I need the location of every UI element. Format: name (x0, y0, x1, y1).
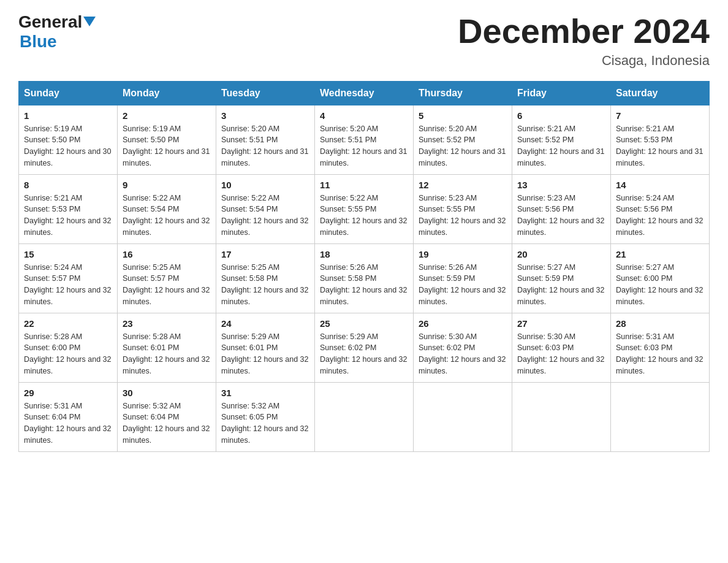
calendar-day-cell: 21 Sunrise: 5:27 AM Sunset: 6:00 PM Dayl… (611, 243, 710, 313)
calendar-day-cell: 27 Sunrise: 5:30 AM Sunset: 6:03 PM Dayl… (512, 313, 611, 382)
day-number: 9 (123, 180, 211, 190)
calendar-day-cell (414, 382, 512, 451)
calendar-day-cell: 5 Sunrise: 5:20 AM Sunset: 5:52 PM Dayli… (414, 105, 512, 174)
day-info: Sunrise: 5:28 AM Sunset: 6:00 PM Dayligh… (24, 331, 112, 377)
calendar-day-cell: 4 Sunrise: 5:20 AM Sunset: 5:51 PM Dayli… (315, 105, 414, 174)
day-number: 28 (616, 318, 704, 329)
calendar-day-cell: 24 Sunrise: 5:29 AM Sunset: 6:01 PM Dayl… (216, 313, 315, 382)
day-info: Sunrise: 5:23 AM Sunset: 5:55 PM Dayligh… (419, 193, 507, 239)
page-header: General Blue December 2024 Cisaga, Indon… (18, 12, 710, 69)
day-number: 1 (24, 110, 112, 121)
day-number: 16 (123, 249, 211, 259)
day-info: Sunrise: 5:30 AM Sunset: 6:03 PM Dayligh… (517, 331, 605, 377)
calendar-day-cell: 30 Sunrise: 5:32 AM Sunset: 6:04 PM Dayl… (118, 382, 216, 451)
calendar-day-cell: 16 Sunrise: 5:25 AM Sunset: 5:57 PM Dayl… (118, 243, 216, 313)
calendar-day-cell: 15 Sunrise: 5:24 AM Sunset: 5:57 PM Dayl… (19, 243, 118, 313)
day-info: Sunrise: 5:31 AM Sunset: 6:03 PM Dayligh… (616, 331, 704, 377)
day-info: Sunrise: 5:20 AM Sunset: 5:52 PM Dayligh… (419, 123, 507, 169)
day-info: Sunrise: 5:24 AM Sunset: 5:56 PM Dayligh… (616, 193, 704, 239)
day-number: 11 (320, 180, 408, 190)
col-sunday: Sunday (19, 81, 118, 105)
day-info: Sunrise: 5:32 AM Sunset: 6:04 PM Dayligh… (123, 400, 211, 446)
col-friday: Friday (512, 81, 611, 105)
day-number: 10 (221, 180, 309, 190)
weekday-row: Sunday Monday Tuesday Wednesday Thursday… (19, 81, 710, 105)
day-number: 22 (24, 318, 112, 329)
calendar-day-cell: 25 Sunrise: 5:29 AM Sunset: 6:02 PM Dayl… (315, 313, 414, 382)
calendar-day-cell: 9 Sunrise: 5:22 AM Sunset: 5:54 PM Dayli… (118, 174, 216, 243)
calendar-day-cell: 1 Sunrise: 5:19 AM Sunset: 5:50 PM Dayli… (19, 105, 118, 174)
day-number: 8 (24, 180, 112, 190)
day-info: Sunrise: 5:25 AM Sunset: 5:58 PM Dayligh… (221, 262, 309, 308)
logo-general-text: General (18, 12, 82, 32)
calendar-table: Sunday Monday Tuesday Wednesday Thursday… (18, 81, 710, 452)
day-info: Sunrise: 5:31 AM Sunset: 6:04 PM Dayligh… (24, 400, 112, 446)
day-number: 21 (616, 249, 704, 259)
day-number: 19 (419, 249, 507, 259)
day-number: 15 (24, 249, 112, 259)
day-info: Sunrise: 5:21 AM Sunset: 5:53 PM Dayligh… (616, 123, 704, 169)
day-info: Sunrise: 5:32 AM Sunset: 6:05 PM Dayligh… (221, 400, 309, 446)
day-number: 4 (320, 110, 408, 121)
calendar-week-row: 1 Sunrise: 5:19 AM Sunset: 5:50 PM Dayli… (19, 105, 710, 174)
day-number: 29 (24, 388, 112, 398)
day-info: Sunrise: 5:28 AM Sunset: 6:01 PM Dayligh… (123, 331, 211, 377)
day-number: 26 (419, 318, 507, 329)
day-info: Sunrise: 5:27 AM Sunset: 5:59 PM Dayligh… (517, 262, 605, 308)
title-block: December 2024 Cisaga, Indonesia (458, 12, 710, 69)
day-number: 20 (517, 249, 605, 259)
day-number: 24 (221, 318, 309, 329)
calendar-day-cell: 22 Sunrise: 5:28 AM Sunset: 6:00 PM Dayl… (19, 313, 118, 382)
calendar-day-cell: 14 Sunrise: 5:24 AM Sunset: 5:56 PM Dayl… (611, 174, 710, 243)
day-info: Sunrise: 5:21 AM Sunset: 5:52 PM Dayligh… (517, 123, 605, 169)
calendar-day-cell: 8 Sunrise: 5:21 AM Sunset: 5:53 PM Dayli… (19, 174, 118, 243)
calendar-day-cell (315, 382, 414, 451)
col-thursday: Thursday (414, 81, 512, 105)
col-saturday: Saturday (611, 81, 710, 105)
day-number: 2 (123, 110, 211, 121)
day-info: Sunrise: 5:22 AM Sunset: 5:54 PM Dayligh… (123, 193, 211, 239)
day-info: Sunrise: 5:19 AM Sunset: 5:50 PM Dayligh… (24, 123, 112, 169)
calendar-day-cell: 17 Sunrise: 5:25 AM Sunset: 5:58 PM Dayl… (216, 243, 315, 313)
calendar-week-row: 8 Sunrise: 5:21 AM Sunset: 5:53 PM Dayli… (19, 174, 710, 243)
day-info: Sunrise: 5:27 AM Sunset: 6:00 PM Dayligh… (616, 262, 704, 308)
day-info: Sunrise: 5:22 AM Sunset: 5:55 PM Dayligh… (320, 193, 408, 239)
calendar-day-cell: 2 Sunrise: 5:19 AM Sunset: 5:50 PM Dayli… (118, 105, 216, 174)
calendar-week-row: 15 Sunrise: 5:24 AM Sunset: 5:57 PM Dayl… (19, 243, 710, 313)
calendar-day-cell (512, 382, 611, 451)
day-number: 7 (616, 110, 704, 121)
calendar-day-cell (611, 382, 710, 451)
day-info: Sunrise: 5:26 AM Sunset: 5:59 PM Dayligh… (419, 262, 507, 308)
calendar-day-cell: 6 Sunrise: 5:21 AM Sunset: 5:52 PM Dayli… (512, 105, 611, 174)
day-info: Sunrise: 5:20 AM Sunset: 5:51 PM Dayligh… (320, 123, 408, 169)
calendar-title: December 2024 (458, 12, 710, 50)
day-info: Sunrise: 5:24 AM Sunset: 5:57 PM Dayligh… (24, 262, 112, 308)
day-info: Sunrise: 5:23 AM Sunset: 5:56 PM Dayligh… (517, 193, 605, 239)
day-info: Sunrise: 5:29 AM Sunset: 6:02 PM Dayligh… (320, 331, 408, 377)
calendar-day-cell: 31 Sunrise: 5:32 AM Sunset: 6:05 PM Dayl… (216, 382, 315, 451)
day-number: 31 (221, 388, 309, 398)
day-number: 30 (123, 388, 211, 398)
calendar-header: Sunday Monday Tuesday Wednesday Thursday… (19, 81, 710, 105)
day-info: Sunrise: 5:30 AM Sunset: 6:02 PM Dayligh… (419, 331, 507, 377)
col-tuesday: Tuesday (216, 81, 315, 105)
svg-marker-0 (83, 17, 96, 26)
calendar-day-cell: 10 Sunrise: 5:22 AM Sunset: 5:54 PM Dayl… (216, 174, 315, 243)
day-info: Sunrise: 5:26 AM Sunset: 5:58 PM Dayligh… (320, 262, 408, 308)
logo-triangle-icon (83, 14, 97, 28)
day-number: 18 (320, 249, 408, 259)
calendar-subtitle: Cisaga, Indonesia (458, 53, 710, 69)
calendar-day-cell: 7 Sunrise: 5:21 AM Sunset: 5:53 PM Dayli… (611, 105, 710, 174)
calendar-body: 1 Sunrise: 5:19 AM Sunset: 5:50 PM Dayli… (19, 105, 710, 451)
day-number: 23 (123, 318, 211, 329)
day-number: 6 (517, 110, 605, 121)
day-number: 25 (320, 318, 408, 329)
calendar-day-cell: 26 Sunrise: 5:30 AM Sunset: 6:02 PM Dayl… (414, 313, 512, 382)
day-info: Sunrise: 5:25 AM Sunset: 5:57 PM Dayligh… (123, 262, 211, 308)
calendar-day-cell: 23 Sunrise: 5:28 AM Sunset: 6:01 PM Dayl… (118, 313, 216, 382)
day-number: 14 (616, 180, 704, 190)
calendar-week-row: 22 Sunrise: 5:28 AM Sunset: 6:00 PM Dayl… (19, 313, 710, 382)
calendar-day-cell: 19 Sunrise: 5:26 AM Sunset: 5:59 PM Dayl… (414, 243, 512, 313)
calendar-day-cell: 11 Sunrise: 5:22 AM Sunset: 5:55 PM Dayl… (315, 174, 414, 243)
calendar-day-cell: 20 Sunrise: 5:27 AM Sunset: 5:59 PM Dayl… (512, 243, 611, 313)
